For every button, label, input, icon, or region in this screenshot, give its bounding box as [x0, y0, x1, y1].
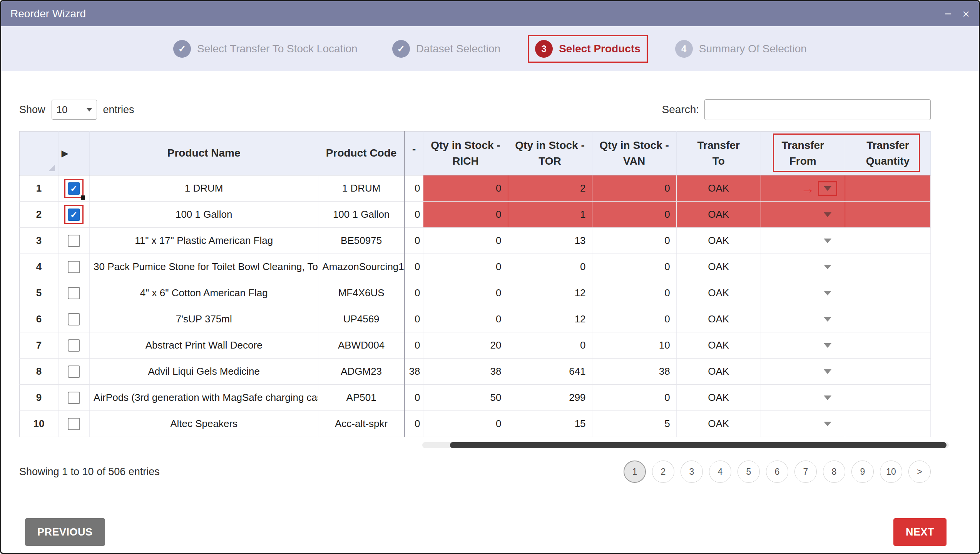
- step-4[interactable]: 4Summary Of Selection: [668, 35, 814, 63]
- dropdown-caret-icon[interactable]: [824, 186, 831, 191]
- qty-rich-cell: 0: [423, 306, 508, 332]
- row-checkbox[interactable]: [68, 418, 80, 430]
- page-button-3[interactable]: 3: [681, 461, 703, 483]
- dropdown-caret-icon[interactable]: [824, 343, 831, 348]
- caret-wrap: [818, 417, 837, 431]
- dropdown-caret-icon[interactable]: [824, 291, 831, 295]
- step-3[interactable]: 3Select Products: [528, 35, 648, 63]
- checkbox-annotation-box: ✓: [64, 205, 84, 224]
- check-icon: ✓: [392, 40, 410, 58]
- page-button-4[interactable]: 4: [709, 461, 731, 483]
- header-line: Qty in Stock -: [592, 138, 676, 154]
- transfer-to-cell: OAK: [676, 175, 761, 202]
- checkbox-cell: [59, 228, 90, 254]
- transfer-from-header[interactable]: Transfer From: [761, 132, 845, 175]
- select-column-header[interactable]: ▶: [59, 132, 90, 175]
- search-input[interactable]: [704, 99, 931, 120]
- dropdown-caret-icon[interactable]: [824, 369, 831, 374]
- page-button-2[interactable]: 2: [652, 461, 674, 483]
- transfer-quantity-cell: [845, 202, 930, 228]
- pagination: 12345678910>: [624, 461, 931, 483]
- checkbox-cell: ✓: [59, 202, 90, 228]
- window-title: Reorder Wizard: [10, 8, 86, 20]
- transfer-from-cell: →: [761, 175, 845, 202]
- minimize-icon[interactable]: −: [945, 8, 952, 20]
- transfer-to-cell: OAK: [676, 411, 761, 437]
- page-size-select[interactable]: 10: [52, 100, 97, 120]
- entries-label: entries: [103, 104, 134, 116]
- row-checkbox[interactable]: [68, 339, 80, 352]
- row-checkbox[interactable]: [68, 313, 80, 325]
- transfer-quantity-cell: [845, 280, 930, 306]
- product-name-cell: 4" x 6" Cotton American Flag: [90, 280, 318, 306]
- transfer-to-header[interactable]: Transfer To: [676, 132, 761, 175]
- page-button-10[interactable]: 10: [880, 461, 902, 483]
- qty-van-header[interactable]: Qty in Stock - VAN: [592, 132, 676, 175]
- qty-rich-header[interactable]: Qty in Stock - RICH: [423, 132, 508, 175]
- qty-tor-header[interactable]: Qty in Stock - TOR: [508, 132, 592, 175]
- step-number: 3: [535, 40, 553, 58]
- previous-button[interactable]: PREVIOUS: [25, 518, 105, 546]
- qty-cut-cell: 0: [405, 332, 423, 359]
- title-bar: Reorder Wizard − ×: [1, 1, 979, 26]
- qty-tor-cell: 12: [508, 280, 592, 306]
- page-button-6[interactable]: 6: [766, 461, 788, 483]
- product-code-cell: AmazonSourcing1: [318, 254, 405, 280]
- dropdown-caret-icon[interactable]: [824, 239, 831, 243]
- next-button[interactable]: NEXT: [893, 518, 947, 546]
- next-page-button[interactable]: >: [908, 461, 931, 483]
- row-checkbox[interactable]: [68, 392, 80, 404]
- qty-van-cell: 0: [592, 175, 676, 202]
- horizontal-scrollbar-thumb[interactable]: [450, 442, 947, 448]
- page-button-5[interactable]: 5: [738, 461, 760, 483]
- dropdown-caret-icon[interactable]: [824, 212, 831, 217]
- product-code-cell: Acc-alt-spkr: [318, 411, 405, 437]
- product-name-cell: Advil Liqui Gels Medicine: [90, 359, 318, 385]
- caret-wrap: [818, 260, 837, 274]
- qty-rich-cell: 20: [423, 332, 508, 359]
- row-checkbox[interactable]: [68, 287, 80, 299]
- dropdown-caret-icon[interactable]: [824, 395, 831, 400]
- page-button-1[interactable]: 1: [624, 461, 646, 483]
- dropdown-annotation-box: [818, 181, 837, 196]
- row-checkbox[interactable]: [68, 261, 80, 273]
- wizard-navigation: PREVIOUS NEXT: [25, 518, 947, 546]
- header-line: Transfer: [761, 138, 845, 154]
- row-checkbox[interactable]: ✓: [68, 209, 80, 221]
- qty-rich-cell: 0: [423, 254, 508, 280]
- dropdown-caret-icon[interactable]: [824, 317, 831, 322]
- qty-van-cell: 0: [592, 385, 676, 411]
- wizard-steps: ✓Select Transfer To Stock Location✓Datas…: [1, 26, 979, 71]
- step-1[interactable]: ✓Select Transfer To Stock Location: [166, 35, 365, 63]
- caret-wrap: [818, 234, 837, 248]
- page-button-7[interactable]: 7: [794, 461, 817, 483]
- qty-tor-cell: 13: [508, 228, 592, 254]
- search-label: Search:: [662, 103, 699, 116]
- qty-rich-cell: 0: [423, 202, 508, 228]
- dropdown-caret-icon[interactable]: [824, 422, 831, 426]
- qty-rich-cell: 38: [423, 359, 508, 385]
- qty-cut-header[interactable]: -: [405, 132, 423, 175]
- checkbox-annotation-box: ✓: [64, 179, 84, 198]
- row-checkbox[interactable]: [68, 235, 80, 247]
- row-index-cell: 8: [20, 359, 59, 385]
- page-button-8[interactable]: 8: [823, 461, 845, 483]
- expand-row-icon[interactable]: ▶: [62, 147, 68, 160]
- table-header-row: ▶ Product Name Product Code - Qty in Sto…: [20, 132, 931, 175]
- products-table: ▶ Product Name Product Code - Qty in Sto…: [19, 131, 931, 437]
- check-icon: ✓: [173, 40, 191, 58]
- qty-tor-cell: 299: [508, 385, 592, 411]
- transfer-quantity-header[interactable]: Transfer Quantity: [845, 132, 930, 175]
- row-checkbox[interactable]: [68, 365, 80, 378]
- step-2[interactable]: ✓Dataset Selection: [385, 35, 508, 63]
- page-button-9[interactable]: 9: [851, 461, 874, 483]
- page-size-value: 10: [57, 104, 68, 116]
- resize-corner-icon: [48, 165, 55, 171]
- product-name-header[interactable]: Product Name: [90, 132, 318, 175]
- row-checkbox[interactable]: ✓: [68, 182, 80, 195]
- dropdown-caret-icon[interactable]: [824, 265, 831, 269]
- product-code-header[interactable]: Product Code: [318, 132, 405, 175]
- qty-cut-cell: 38: [405, 359, 423, 385]
- step-label: Dataset Selection: [416, 43, 500, 55]
- close-icon[interactable]: ×: [962, 8, 970, 20]
